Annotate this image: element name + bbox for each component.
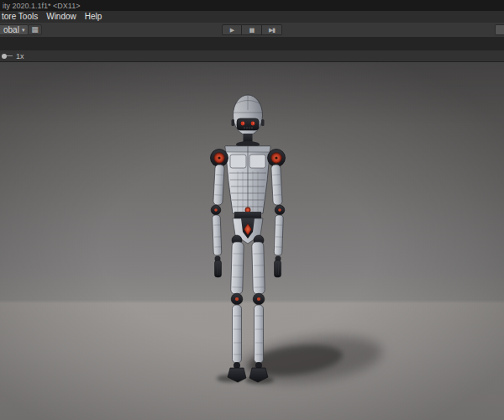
robot-character: [172, 87, 323, 396]
play-button[interactable]: ▶: [222, 24, 242, 35]
chevron-down-icon: ▾: [22, 27, 25, 34]
robot-pelvis: [232, 212, 264, 245]
scale-slider[interactable]: [3, 55, 13, 56]
dock-divider: [0, 38, 504, 50]
robot-neck: [236, 134, 260, 148]
menubar: tore Tools Window Help: [0, 11, 504, 23]
layout-dropdown-partial[interactable]: [495, 24, 504, 35]
pause-icon: ▮▮: [249, 27, 255, 34]
menu-help[interactable]: Help: [81, 11, 107, 23]
scale-slider-knob[interactable]: [2, 54, 7, 59]
robot-left-arm: [211, 165, 224, 277]
scale-value-label: 1x: [16, 52, 24, 60]
robot-right-arm: [271, 165, 285, 277]
robot-right-shoulder: [268, 150, 286, 167]
window-title: ity 2020.1.1f1* <DX11>: [3, 2, 80, 10]
robot-left-leg: [228, 242, 246, 382]
play-controls: ▶ ▮▮ ▶▮: [222, 24, 282, 35]
robot-left-shoulder: [211, 150, 228, 167]
robot-right-leg: [249, 242, 268, 382]
game-viewport[interactable]: [0, 62, 504, 420]
pivot-global-toggle[interactable]: obal ▾: [0, 24, 29, 35]
titlebar: ity 2020.1.1f1* <DX11>: [0, 0, 504, 11]
menu-window[interactable]: Window: [42, 11, 81, 23]
menu-store-tools[interactable]: tore Tools: [0, 11, 42, 23]
step-icon: ▶▮: [269, 27, 275, 34]
robot-torso: [225, 146, 270, 213]
main-toolbar: obal ▾ ▦ ▶ ▮▮ ▶▮: [0, 23, 504, 38]
grid-snap-icon[interactable]: ▦: [28, 24, 42, 35]
unity-window: ity 2020.1.1f1* <DX11> tore Tools Window…: [0, 0, 504, 420]
step-button[interactable]: ▶▮: [262, 24, 282, 35]
robot-head: [232, 95, 265, 135]
play-icon: ▶: [230, 27, 234, 34]
pause-button[interactable]: ▮▮: [242, 24, 262, 35]
global-toggle-label: obal: [3, 25, 19, 34]
game-view-toolbar: 1x: [0, 50, 504, 62]
